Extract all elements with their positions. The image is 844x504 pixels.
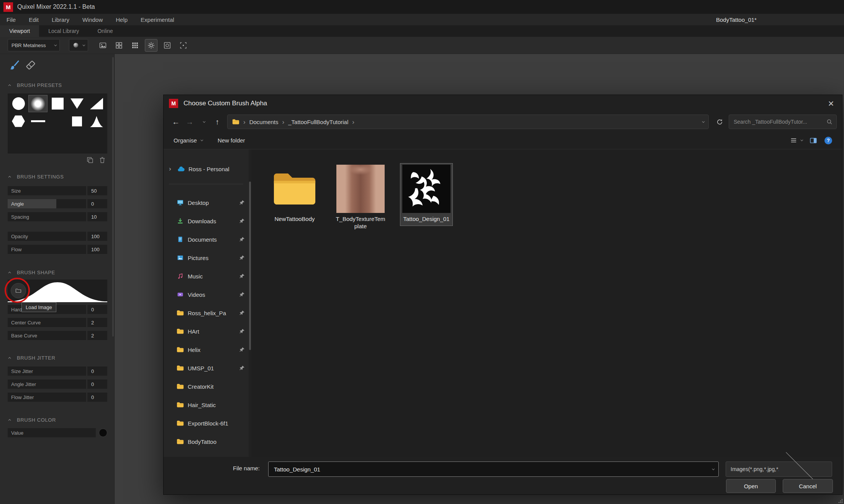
field-flow-jitter-value[interactable]: 0 bbox=[87, 393, 107, 402]
brush-panel-scrollbar[interactable] bbox=[112, 57, 114, 337]
sidebar-item-exportblock[interactable]: ExportBlock-6f1 bbox=[164, 414, 249, 432]
address-dropdown-icon[interactable] bbox=[702, 120, 705, 123]
field-opacity-value[interactable]: 100 bbox=[87, 232, 107, 241]
search-box[interactable] bbox=[729, 115, 837, 129]
field-size-jitter-label[interactable]: Size Jitter bbox=[8, 367, 86, 376]
tab-local-library[interactable]: Local Library bbox=[39, 25, 88, 37]
help-button[interactable]: ? bbox=[824, 137, 832, 144]
open-button[interactable]: Open bbox=[726, 479, 776, 493]
field-hardness-value[interactable]: 0 bbox=[87, 305, 107, 314]
menu-edit[interactable]: Edit bbox=[22, 14, 45, 25]
section-brush-presets[interactable]: BRUSH PRESETS bbox=[9, 82, 62, 88]
sidebar-item-downloads[interactable]: Downloads bbox=[164, 212, 249, 230]
menu-experimental[interactable]: Experimental bbox=[134, 14, 181, 25]
eraser-icon[interactable] bbox=[25, 59, 36, 71]
preset-hexagon[interactable] bbox=[9, 113, 28, 130]
texture-view-button[interactable] bbox=[97, 39, 109, 52]
sidebar-item-hart[interactable]: HArt bbox=[164, 322, 249, 340]
file-tile-bodytexturetemplate[interactable]: T_BodyTextureTemplate bbox=[334, 163, 387, 233]
sidebar-item-umsp01[interactable]: UMSP_01 bbox=[164, 359, 249, 377]
tab-viewport[interactable]: Viewport bbox=[0, 25, 39, 37]
field-center-curve-value[interactable]: 2 bbox=[87, 318, 107, 327]
menu-library[interactable]: Library bbox=[45, 14, 76, 25]
scrollbar-thumb[interactable] bbox=[249, 182, 251, 350]
field-flow-label[interactable]: Flow bbox=[8, 245, 86, 254]
up-button[interactable]: ↑ bbox=[210, 115, 224, 129]
material-sphere-select[interactable] bbox=[69, 39, 88, 51]
resize-grip[interactable] bbox=[838, 498, 843, 503]
field-base-curve-label[interactable]: Base Curve bbox=[8, 331, 86, 340]
sidebar-item-helix[interactable]: Helix bbox=[164, 340, 249, 359]
delete-preset-icon[interactable] bbox=[99, 157, 106, 164]
focus-view-button[interactable] bbox=[161, 39, 174, 52]
preset-bar[interactable] bbox=[28, 113, 48, 130]
field-size-jitter-value[interactable]: 0 bbox=[87, 367, 107, 376]
sidebar-item-documents[interactable]: Documents bbox=[164, 230, 249, 249]
forward-button[interactable]: → bbox=[183, 115, 197, 129]
menu-help[interactable]: Help bbox=[109, 14, 134, 25]
file-tile-tattoo-design-01[interactable]: Tattoo_Design_01 bbox=[400, 163, 453, 226]
tiling-view-button[interactable] bbox=[129, 39, 141, 52]
preset-right-triangle[interactable] bbox=[87, 95, 106, 112]
field-spacing-value[interactable]: 10 bbox=[87, 212, 107, 221]
field-angle-jitter-value[interactable]: 0 bbox=[87, 380, 107, 389]
load-image-button[interactable] bbox=[11, 283, 26, 298]
view-options-button[interactable] bbox=[790, 137, 802, 144]
new-folder-button[interactable]: New folder bbox=[218, 137, 245, 144]
sidebar-item-music[interactable]: Music bbox=[164, 267, 249, 285]
address-bar[interactable]: › Documents › _TattooFullBodyTutorial › bbox=[227, 115, 709, 129]
sidebar-scrollbar[interactable] bbox=[249, 149, 251, 457]
expand-icon[interactable]: › bbox=[169, 165, 174, 173]
sidebar-item-desktop[interactable]: Desktop bbox=[164, 193, 249, 212]
color-swatch[interactable] bbox=[99, 429, 107, 437]
refresh-button[interactable] bbox=[712, 115, 727, 129]
field-flow-value[interactable]: 100 bbox=[87, 245, 107, 254]
breadcrumb-documents[interactable]: Documents bbox=[249, 119, 279, 125]
recent-locations-button[interactable] bbox=[197, 115, 210, 129]
menu-window[interactable]: Window bbox=[76, 14, 109, 25]
duplicate-preset-icon[interactable] bbox=[87, 157, 93, 164]
tab-online[interactable]: Online bbox=[88, 25, 122, 37]
sidebar-item-ross-helix[interactable]: Ross_helix_Pa bbox=[164, 304, 249, 322]
shading-mode-select[interactable]: PBR Metalness bbox=[8, 39, 60, 51]
preset-triangle-down[interactable] bbox=[67, 95, 87, 112]
preset-circle[interactable] bbox=[9, 95, 28, 112]
section-brush-shape[interactable]: BRUSH SHAPE bbox=[9, 270, 55, 275]
organise-button[interactable]: Organise bbox=[174, 137, 202, 144]
lighting-settings-button[interactable] bbox=[145, 39, 157, 52]
file-name-input[interactable] bbox=[273, 466, 712, 473]
field-color-value-label[interactable]: Value bbox=[8, 428, 96, 437]
back-button[interactable]: ← bbox=[169, 115, 183, 129]
field-size-value[interactable]: 50 bbox=[87, 186, 107, 195]
field-size-label[interactable]: Size bbox=[8, 186, 86, 195]
section-brush-jitter[interactable]: BRUSH JITTER bbox=[9, 355, 55, 361]
paint-brush-icon[interactable] bbox=[8, 59, 20, 71]
field-flow-jitter-label[interactable]: Flow Jitter bbox=[8, 393, 86, 402]
sidebar-item-onedrive[interactable]: › Ross - Personal bbox=[164, 160, 249, 178]
file-tile-newtattoobody[interactable]: NewTattooBody bbox=[268, 163, 321, 226]
sidebar-item-videos[interactable]: Videos bbox=[164, 285, 249, 304]
split-view-button[interactable] bbox=[113, 39, 125, 52]
file-type-select[interactable]: Images(*.png,*.jpg,*.jpeg,*.tif,*. bbox=[726, 461, 832, 477]
field-base-curve-value[interactable]: 2 bbox=[87, 331, 107, 340]
section-brush-settings[interactable]: BRUSH SETTINGS bbox=[9, 174, 64, 180]
camera-frame-button[interactable] bbox=[177, 39, 190, 52]
close-button[interactable]: × bbox=[820, 95, 842, 112]
preset-soft-circle[interactable] bbox=[28, 95, 48, 112]
field-angle-jitter-label[interactable]: Angle Jitter bbox=[8, 380, 86, 389]
file-name-combobox[interactable] bbox=[268, 461, 719, 477]
field-center-curve-label[interactable]: Center Curve bbox=[8, 318, 86, 327]
cancel-button[interactable]: Cancel bbox=[783, 479, 833, 493]
dialog-titlebar[interactable]: M Choose Custom Brush Alpha × bbox=[164, 95, 842, 112]
sidebar-item-bodytattoo[interactable]: BodyTattoo bbox=[164, 432, 249, 451]
sidebar-item-creatorkit[interactable]: CreatorKit bbox=[164, 377, 249, 396]
sidebar-item-hair-static[interactable]: Hair_Static bbox=[164, 396, 249, 414]
field-spacing-label[interactable]: Spacing bbox=[8, 212, 86, 221]
search-input[interactable] bbox=[733, 118, 826, 125]
section-brush-color[interactable]: BRUSH COLOR bbox=[9, 417, 56, 423]
field-opacity-label[interactable]: Opacity bbox=[8, 232, 86, 241]
breadcrumb-tattoo-folder[interactable]: _TattooFullBodyTutorial bbox=[288, 119, 348, 125]
field-angle-value[interactable]: 0 bbox=[87, 199, 107, 208]
menu-file[interactable]: File bbox=[0, 14, 22, 25]
preset-square[interactable] bbox=[48, 95, 67, 112]
